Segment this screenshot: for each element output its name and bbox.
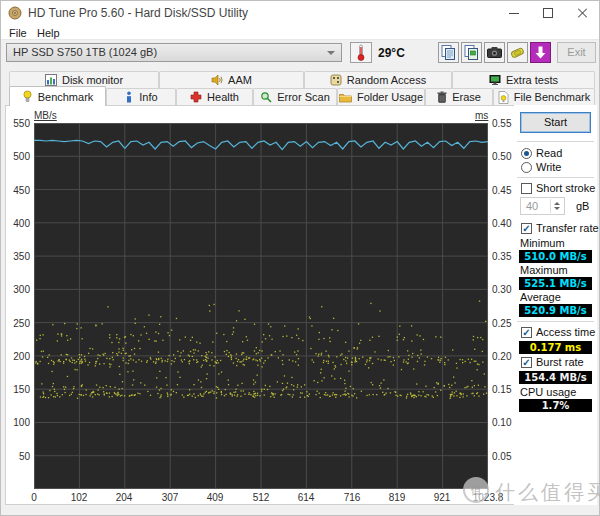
tab-label: Folder Usage	[357, 91, 423, 103]
trash-icon	[437, 91, 447, 103]
short-stroke-label: Short stroke	[536, 182, 595, 194]
tab-info[interactable]: Info	[106, 88, 176, 105]
dice-icon	[330, 74, 342, 86]
y-right-tick-label: 0.15	[492, 384, 511, 395]
tab-label: Random Access	[347, 74, 426, 86]
x-tick-label: 307	[162, 492, 179, 503]
speaker-icon	[211, 74, 223, 86]
benchmark-bulb-icon	[22, 90, 33, 103]
drive-select-value: HP SSD S750 1TB (1024 gB)	[13, 46, 157, 58]
capacity-unit-label: gB	[576, 200, 589, 212]
y-left-tick-label: 150	[13, 384, 30, 395]
x-tick-label: 512	[253, 492, 270, 503]
minimize-icon	[509, 13, 519, 14]
folder-icon	[339, 92, 352, 103]
tab-health[interactable]: Health	[176, 88, 253, 105]
y-right-tick-label: 0.05	[492, 451, 511, 462]
average-value: 520.9 MB/s	[519, 304, 592, 317]
tab-label: File Benchmark	[514, 91, 590, 103]
tab-label: Erase	[452, 91, 481, 103]
y-right-tick-label: 0.35	[492, 251, 511, 262]
tab-label: Extra tests	[506, 74, 558, 86]
menu-help[interactable]: Help	[33, 26, 64, 40]
minimum-value: 510.0 MB/s	[519, 250, 592, 263]
cpu-usage-label: CPU usage	[520, 386, 576, 398]
menu-file[interactable]: File	[5, 26, 31, 40]
tab-label: Error Scan	[277, 91, 330, 103]
close-button[interactable]	[565, 1, 599, 25]
extra-tests-icon	[489, 74, 501, 86]
right-axis-unit: ms	[475, 110, 488, 121]
read-label: Read	[536, 147, 562, 159]
start-button[interactable]: Start	[520, 112, 591, 133]
copy-image-button[interactable]	[461, 42, 482, 63]
separator	[517, 141, 594, 142]
maximize-button[interactable]	[531, 1, 565, 25]
y-left-tick-label: 200	[13, 351, 30, 362]
info-icon	[124, 91, 134, 103]
exit-button[interactable]: Exit	[557, 42, 596, 63]
buy-button[interactable]	[507, 42, 528, 63]
access-time-label: Access time	[536, 326, 595, 338]
x-tick-label: 921	[434, 492, 451, 503]
close-icon	[577, 7, 588, 18]
y-left-tick-label: 450	[13, 185, 30, 196]
file-benchmark-icon	[498, 91, 509, 104]
x-tick-label: 409	[207, 492, 224, 503]
tab-extra-tests[interactable]: Extra tests	[452, 71, 595, 88]
short-stroke-checkbox[interactable]	[521, 183, 532, 194]
screenshot-button[interactable]	[484, 42, 505, 63]
chevron-down-icon	[327, 51, 335, 55]
y-left-tick-label: 50	[19, 451, 30, 462]
burst-rate-label: Burst rate	[536, 356, 584, 368]
y-right-tick-label: 0.40	[492, 218, 511, 229]
y-left-tick-label: 300	[13, 284, 30, 295]
tab-file-benchmark[interactable]: File Benchmark	[493, 88, 595, 105]
separator	[517, 321, 594, 322]
y-right-tick-label: 0.25	[492, 318, 511, 329]
tab-error-scan[interactable]: Error Scan	[253, 88, 337, 105]
y-right-tick-label: 0.50	[492, 151, 511, 162]
title-bar: HD Tune Pro 5.60 - Hard Disk/SSD Utility	[1, 1, 599, 25]
maximum-value: 525.1 MB/s	[519, 277, 592, 290]
access-time-checkbox[interactable]: ✓	[521, 327, 532, 338]
benchmark-chart	[34, 123, 488, 489]
right-axis-ticks: 0.550.500.450.400.350.300.250.200.150.10…	[492, 123, 514, 489]
update-button[interactable]	[530, 42, 551, 63]
window-title: HD Tune Pro 5.60 - Hard Disk/SSD Utility	[28, 6, 248, 20]
tab-label: Health	[207, 91, 239, 103]
burst-rate-checkbox[interactable]: ✓	[521, 357, 532, 368]
money-icon	[508, 43, 527, 62]
disk-monitor-icon	[45, 74, 57, 86]
tab-erase[interactable]: Erase	[425, 88, 493, 105]
tab-aam[interactable]: AAM	[159, 71, 304, 88]
write-radio[interactable]	[521, 162, 532, 173]
app-icon	[8, 6, 22, 20]
average-label: Average	[520, 291, 561, 303]
transfer-rate-label: Transfer rate	[536, 222, 599, 234]
y-left-tick-label: 550	[13, 118, 30, 129]
tab-label: Benchmark	[38, 91, 94, 103]
copy-image-icon	[462, 43, 481, 62]
transfer-rate-checkbox[interactable]: ✓	[521, 223, 532, 234]
left-axis-unit: MB/s	[34, 110, 57, 121]
left-axis-ticks: 55050045040035030025020015010050	[1, 123, 30, 489]
tab-random-access[interactable]: Random Access	[304, 71, 452, 88]
y-right-tick-label: 0.45	[492, 185, 511, 196]
temperature-button[interactable]	[350, 42, 372, 63]
y-left-tick-label: 350	[13, 251, 30, 262]
read-radio[interactable]	[521, 148, 532, 159]
tab-folder-usage[interactable]: Folder Usage	[337, 88, 425, 105]
drive-select[interactable]: HP SSD S750 1TB (1024 gB)	[6, 43, 342, 62]
benchmark-controls: Start Read Write Short stroke 40 gB ✓ Tr…	[514, 105, 597, 505]
camera-icon	[485, 43, 504, 62]
temperature-value: 29°C	[378, 46, 405, 60]
health-cross-icon	[190, 91, 202, 103]
copy-button[interactable]	[438, 42, 459, 63]
magnifier-icon	[260, 91, 272, 103]
capacity-spinner[interactable]: 40	[520, 197, 565, 215]
tab-benchmark[interactable]: Benchmark	[9, 86, 106, 106]
minimize-button[interactable]	[497, 1, 531, 25]
y-right-tick-label: 0.30	[492, 284, 511, 295]
spinner-arrows-icon[interactable]	[550, 199, 563, 213]
